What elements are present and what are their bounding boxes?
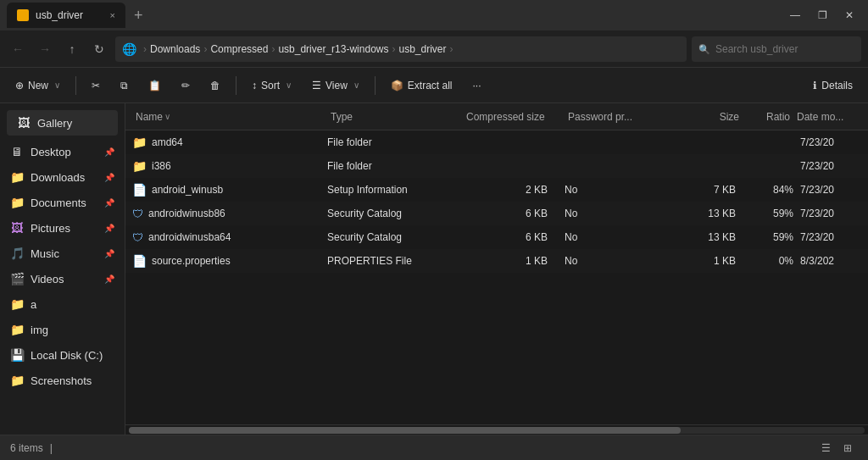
tab-title: usb_driver — [36, 9, 83, 21]
col-header-ratio[interactable]: Ratio — [743, 111, 793, 123]
new-icon: ⊕ — [15, 80, 24, 91]
pin-icon-music: 📌 — [104, 249, 114, 258]
copy-icon: ⧉ — [120, 80, 128, 91]
a-folder-icon: 📁 — [10, 297, 24, 311]
cell-password-android-winusb: No — [565, 184, 658, 196]
sort-button[interactable]: ↕ Sort ∨ — [243, 73, 300, 98]
view-label: View — [326, 80, 348, 91]
tab-close-button[interactable]: × — [110, 10, 115, 20]
table-row[interactable]: 📄 android_winusb Setup Information 2 KB … — [125, 178, 868, 202]
cell-name-android-winusb: 📄 android_winusb — [132, 183, 327, 197]
breadcrumb[interactable]: 🌐 › Downloads › Compressed › usb_driver_… — [115, 36, 687, 62]
col-header-name[interactable]: Name ∨ — [132, 111, 327, 123]
details-label: Details — [821, 80, 853, 91]
sidebar: 🖼 Gallery 🖥 Desktop 📌 📁 Downloads 📌 📁 Do… — [0, 103, 125, 435]
refresh-button[interactable]: ↻ — [88, 38, 110, 60]
props-icon: 📄 — [132, 254, 147, 268]
minimize-button[interactable]: — — [783, 7, 807, 24]
breadcrumb-compressed[interactable]: Compressed — [210, 43, 268, 55]
view-toggle-list[interactable]: ☰ — [815, 439, 836, 457]
col-header-size[interactable]: Size — [658, 111, 743, 123]
cell-ratio-source-properties: 0% — [743, 255, 793, 267]
view-button[interactable]: ☰ View ∨ — [303, 73, 368, 98]
pin-icon-dl: 📌 — [104, 173, 114, 182]
table-row[interactable]: 📁 amd64 File folder 7/23/20 — [125, 130, 868, 154]
sidebar-item-a[interactable]: 📁 a — [0, 291, 125, 317]
sidebar-item-music[interactable]: 🎵 Music 📌 — [0, 241, 125, 266]
screenshots-icon: 📁 — [10, 374, 24, 387]
active-tab[interactable]: usb_driver × — [7, 3, 125, 28]
delete-icon: 🗑 — [210, 80, 220, 91]
search-box[interactable] — [692, 36, 861, 62]
documents-icon: 📁 — [10, 196, 24, 209]
downloads-icon: 📁 — [10, 170, 24, 184]
tab-folder-icon — [17, 9, 29, 21]
sidebar-label-desktop: Desktop — [31, 146, 97, 158]
rename-button[interactable]: ✏ — [173, 73, 198, 98]
sidebar-item-pictures[interactable]: 🖼 Pictures 📌 — [0, 215, 125, 241]
col-header-compressed[interactable]: Compressed size — [463, 111, 565, 123]
sidebar-item-local-disk[interactable]: 💾 Local Disk (C:) — [0, 342, 125, 368]
forward-button[interactable]: → — [34, 38, 56, 60]
scrollbar-thumb[interactable] — [129, 427, 681, 434]
cell-name-androidwinusba64: 🛡 androidwinusba64 — [132, 231, 327, 244]
sort-label: Sort — [261, 80, 280, 91]
sidebar-item-documents[interactable]: 📁 Documents 📌 — [0, 190, 125, 215]
sidebar-item-desktop[interactable]: 🖥 Desktop 📌 — [0, 139, 125, 164]
status-bar: 6 items | ☰ ⊞ — [0, 435, 868, 460]
pin-icon-pic: 📌 — [104, 224, 114, 233]
close-button[interactable]: ✕ — [837, 7, 861, 24]
delete-button[interactable]: 🗑 — [202, 73, 229, 98]
table-row[interactable]: 🛡 androidwinusb86 Security Catalog 6 KB … — [125, 202, 868, 225]
sidebar-item-downloads[interactable]: 📁 Downloads 📌 — [0, 164, 125, 190]
scrollbar-track — [129, 427, 865, 434]
horizontal-scrollbar[interactable] — [125, 424, 868, 435]
copy-button[interactable]: ⧉ — [112, 73, 136, 98]
cell-password-androidwinusb86: No — [565, 208, 658, 219]
cell-compressed-androidwinusb86: 6 KB — [463, 208, 565, 219]
toolbar-separator-2 — [236, 76, 236, 95]
cell-password-androidwinusba64: No — [565, 231, 658, 243]
extract-all-label: Extract all — [408, 80, 453, 91]
cell-date-androidwinusba64: 7/23/20 — [793, 231, 861, 243]
search-icon — [698, 42, 710, 55]
cell-compressed-androidwinusba64: 6 KB — [463, 231, 565, 243]
view-toggle-grid[interactable]: ⊞ — [837, 439, 858, 457]
more-button[interactable]: ··· — [465, 73, 490, 98]
details-icon: ℹ — [813, 80, 817, 91]
breadcrumb-usb-driver-r13[interactable]: usb_driver_r13-windows — [278, 43, 388, 55]
pin-icon-doc: 📌 — [104, 198, 114, 208]
maximize-button[interactable]: ❐ — [810, 7, 834, 24]
item-count: 6 items — [10, 442, 43, 454]
sidebar-item-gallery[interactable]: 🖼 Gallery — [7, 110, 118, 136]
col-header-password[interactable]: Password pr... — [565, 111, 658, 123]
file-icon: 📄 — [132, 183, 147, 197]
search-input[interactable] — [715, 43, 854, 55]
table-row[interactable]: 📁 i386 File folder 7/23/20 — [125, 154, 868, 178]
extract-all-button[interactable]: 📦 Extract all — [382, 73, 461, 98]
up-button[interactable]: ↑ — [61, 38, 83, 60]
cut-button[interactable]: ✂ — [83, 73, 108, 98]
sidebar-item-videos[interactable]: 🎬 Videos 📌 — [0, 266, 125, 291]
breadcrumb-downloads[interactable]: Downloads — [150, 43, 200, 55]
new-label: New — [28, 80, 48, 91]
col-header-type[interactable]: Type — [327, 111, 463, 123]
details-button[interactable]: ℹ Details — [804, 73, 861, 98]
sidebar-label-screenshots: Screenshots — [31, 374, 114, 387]
new-tab-button[interactable]: + — [129, 7, 148, 25]
cell-date-source-properties: 8/3/202 — [793, 255, 861, 267]
cell-compressed-android-winusb: 2 KB — [463, 184, 565, 196]
sidebar-item-screenshots[interactable]: 📁 Screenshots — [0, 368, 125, 393]
extract-icon: 📦 — [391, 80, 403, 91]
col-header-date[interactable]: Date mo... — [793, 111, 861, 123]
table-row[interactable]: 📄 source.properties PROPERTIES File 1 KB… — [125, 249, 868, 273]
view-icon: ☰ — [312, 80, 321, 91]
sidebar-item-img[interactable]: 📁 img — [0, 317, 125, 342]
paste-button[interactable]: 📋 — [140, 73, 170, 98]
table-row[interactable]: 🛡 androidwinusba64 Security Catalog 6 KB… — [125, 225, 868, 249]
new-button[interactable]: ⊕ New ∨ — [7, 73, 69, 98]
cell-type-i386: File folder — [327, 160, 463, 172]
breadcrumb-usb-driver[interactable]: usb_driver — [398, 43, 446, 55]
back-button[interactable]: ← — [7, 38, 29, 60]
address-bar: ← → ↑ ↻ 🌐 › Downloads › Compressed › usb… — [0, 30, 868, 68]
